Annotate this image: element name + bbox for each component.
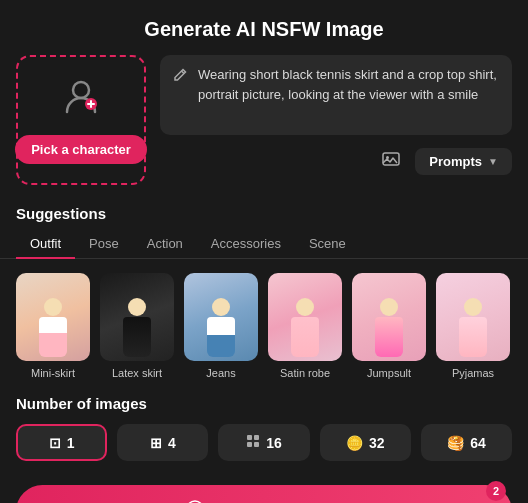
character-box: Pick a character [16, 55, 146, 185]
outfit-image-jumpsuit [352, 273, 426, 361]
figure-head [296, 298, 314, 316]
number-icon-4: ⊞ [150, 435, 162, 451]
figure-body [207, 317, 235, 357]
outfit-item-jeans[interactable]: Jeans [184, 273, 258, 379]
figure-body [39, 317, 67, 357]
generate-button[interactable]: Generate Images [16, 485, 512, 503]
svg-point-0 [73, 82, 89, 98]
outfit-label-latex-skirt: Latex skirt [112, 367, 162, 379]
number-option-16[interactable]: 16 [218, 424, 309, 461]
page-title: Generate AI NSFW Image [0, 0, 528, 55]
number-of-images-section: Number of images ⊡ 1 ⊞ 4 16 🪙 32 [0, 379, 528, 473]
number-icon-32: 🪙 [346, 435, 363, 451]
outfit-image-satin-robe [268, 273, 342, 361]
outfit-grid: Mini-skirt Latex skirt Jeans [0, 273, 528, 379]
number-option-64[interactable]: 🥞 64 [421, 424, 512, 461]
prompt-text: Wearing short black tennis skirt and a c… [198, 65, 500, 104]
tab-action[interactable]: Action [133, 230, 197, 259]
outfit-item-latex-skirt[interactable]: Latex skirt [100, 273, 174, 379]
number-icon-64: 🥞 [447, 435, 464, 451]
suggestion-tabs: Outfit Pose Action Accessories Scene [0, 230, 528, 259]
svg-rect-6 [247, 435, 252, 440]
figure-body [375, 317, 403, 357]
number-value-16: 16 [266, 435, 282, 451]
figure-head [464, 298, 482, 316]
figure-head [128, 298, 146, 316]
character-icon [61, 76, 101, 125]
number-value-4: 4 [168, 435, 176, 451]
prompts-button[interactable]: Prompts ▼ [415, 148, 512, 175]
generate-bar: 2 Generate Images [0, 473, 528, 503]
number-value-1: 1 [67, 435, 75, 451]
number-icon-16 [246, 434, 260, 451]
outfit-image-latex-skirt [100, 273, 174, 361]
number-value-32: 32 [369, 435, 385, 451]
outfit-item-mini-skirt[interactable]: Mini-skirt [16, 273, 90, 379]
outfit-item-satin-robe[interactable]: Satin robe [268, 273, 342, 379]
figure-body [123, 317, 151, 357]
tab-outfit[interactable]: Outfit [16, 230, 75, 259]
outfit-image-jeans [184, 273, 258, 361]
number-icon-1: ⊡ [49, 435, 61, 451]
figure-body [291, 317, 319, 357]
suggestions-section: Suggestions Outfit Pose Action Accessori… [0, 201, 528, 379]
figure-head [380, 298, 398, 316]
outfit-item-jumpsuit[interactable]: Jumpsult [352, 273, 426, 379]
svg-rect-8 [247, 442, 252, 447]
prompts-label: Prompts [429, 154, 482, 169]
outfit-label-mini-skirt: Mini-skirt [31, 367, 75, 379]
svg-rect-7 [254, 435, 259, 440]
suggestions-label: Suggestions [0, 201, 528, 230]
number-option-4[interactable]: ⊞ 4 [117, 424, 208, 461]
figure-head [212, 298, 230, 316]
outfit-item-pyjamas[interactable]: Pyjamas [436, 273, 510, 379]
number-option-1[interactable]: ⊡ 1 [16, 424, 107, 461]
outfit-image-pyjamas [436, 273, 510, 361]
outfit-label-pyjamas: Pyjamas [452, 367, 494, 379]
figure-body [459, 317, 487, 357]
tab-accessories[interactable]: Accessories [197, 230, 295, 259]
coin-badge: 2 [486, 481, 506, 501]
outfit-label-satin-robe: Satin robe [280, 367, 330, 379]
number-option-32[interactable]: 🪙 32 [320, 424, 411, 461]
prompt-area: Wearing short black tennis skirt and a c… [160, 55, 512, 178]
pick-character-button[interactable]: Pick a character [15, 135, 147, 164]
number-value-64: 64 [470, 435, 486, 451]
image-upload-button[interactable] [377, 145, 405, 178]
outfit-label-jumpsuit: Jumpsult [367, 367, 411, 379]
svg-rect-9 [254, 442, 259, 447]
outfit-label-jeans: Jeans [206, 367, 235, 379]
outfit-image-mini-skirt [16, 273, 90, 361]
chevron-down-icon: ▼ [488, 156, 498, 167]
tab-scene[interactable]: Scene [295, 230, 360, 259]
figure-head [44, 298, 62, 316]
number-of-images-label: Number of images [16, 395, 512, 412]
prompt-text-box: Wearing short black tennis skirt and a c… [160, 55, 512, 135]
prompt-actions: Prompts ▼ [160, 145, 512, 178]
number-options: ⊡ 1 ⊞ 4 16 🪙 32 🥞 64 [16, 424, 512, 461]
tab-pose[interactable]: Pose [75, 230, 133, 259]
top-section: Pick a character Wearing short black ten… [0, 55, 528, 201]
generate-icon [185, 499, 205, 503]
edit-icon [172, 67, 188, 87]
